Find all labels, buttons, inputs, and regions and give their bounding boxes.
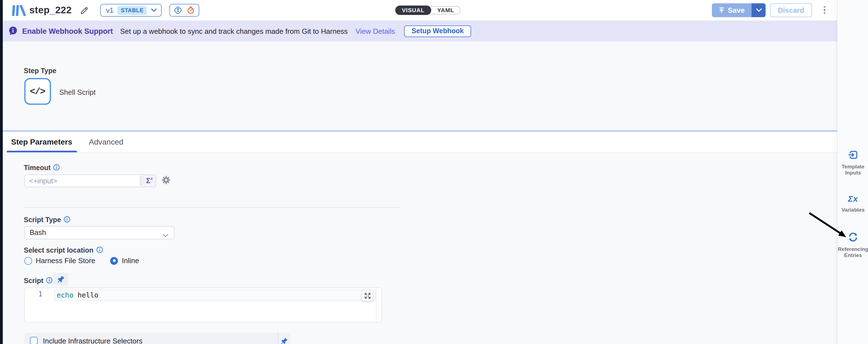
timeout-value: <+input> [25,176,139,185]
banner-message: Set up a webhook to sync and track chang… [120,27,348,35]
script-label: Script [24,277,43,285]
radio-inline[interactable] [110,257,118,264]
edit-title-button[interactable] [80,6,88,15]
git-icon [174,5,183,15]
save-options-button[interactable] [751,3,766,17]
script-type-value: Bash [30,229,46,237]
referencing-entries-label: Referencing Entries [838,246,868,258]
pin-icon [281,337,288,344]
visual-yaml-toggle[interactable]: VISUAL YAML [395,6,461,15]
webhook-banner: Enable Webhook Support Set up a webhook … [0,21,837,41]
include-infra-selectors-row: Include Infrastructure Selectors [24,333,290,344]
current-line-highlight [54,289,376,300]
discard-button[interactable]: Discard [770,3,812,17]
include-infra-checkbox[interactable] [30,337,37,344]
view-details-link[interactable]: View Details [355,27,395,35]
script-type-label: Script Type [24,216,61,224]
chevron-down-icon [151,8,157,12]
setup-webhook-button[interactable]: Setup Webhook [404,25,471,37]
info-icon[interactable] [64,216,70,223]
template-studio-page: step_222 v1 STABLE [0,0,868,344]
referencing-entries-icon [847,232,859,242]
sidebar-item-referencing-entries[interactable]: Referencing Entries [838,232,868,258]
templates-logo-icon [11,4,26,17]
variables-label: Variables [838,207,868,213]
script-location-options: Harness File Store Inline [24,256,139,265]
timeout-label: Timeout [24,164,51,172]
script-type-label-row: Script Type [24,216,70,224]
shell-script-icon: </> [30,86,45,97]
version-dropdown[interactable]: v1 STABLE [100,4,162,17]
version-label: v1 [106,6,114,15]
right-sidebar: Template Inputs Σx Variables Referencing… [837,0,868,344]
sidebar-item-template-inputs[interactable]: Template Inputs [838,149,868,176]
script-location-label: Select script location [24,247,93,254]
pin-script-button[interactable] [54,273,68,286]
timer-icon [186,5,196,15]
pencil-icon [80,6,88,15]
tab-step-parameters[interactable]: Step Parameters [7,131,77,152]
gear-icon [162,176,170,184]
git-status-box[interactable] [170,4,199,17]
code-keyword: echo [57,291,73,299]
sidebar-item-variables[interactable]: Σx Variables [838,194,868,213]
info-icon[interactable] [46,277,53,284]
collapsed-nav-rail[interactable] [0,0,3,344]
include-infra-label: Include Infrastructure Selectors [43,337,143,344]
script-location-label-row: Select script location [24,247,103,254]
stable-badge: STABLE [118,6,147,15]
code-line: echo hello [57,291,98,299]
save-split-button: Save [712,3,766,17]
chevron-down-icon [162,231,168,239]
expression-toggle-button[interactable]: Σx [143,174,155,187]
save-button[interactable]: Save [712,3,751,17]
editor-scrollbar-track[interactable] [376,288,376,321]
tab-bar: Step Parameters Advanced [0,131,837,153]
script-type-select[interactable]: Bash [24,226,174,239]
pin-icon [57,275,65,283]
upload-icon [718,7,724,13]
expand-icon [364,292,371,299]
code-argument: hello [78,291,98,299]
main-content: Step Type </> Shell Script Step Paramete… [0,41,837,344]
timeout-settings-button[interactable] [162,176,170,187]
info-bubble-icon [9,27,17,35]
toggle-visual[interactable]: VISUAL [395,5,431,15]
page-title: step_222 [29,4,72,16]
step-type-label: Step Type [24,67,57,75]
section-divider [24,207,400,208]
radio-harness-file-store[interactable] [24,257,32,264]
header-bar: step_222 v1 STABLE [0,0,868,21]
harness-file-store-label: Harness File Store [36,256,95,265]
chevron-down-icon [756,8,762,12]
info-icon[interactable] [96,247,103,253]
step-type-card[interactable]: </> [24,78,51,105]
timeout-input[interactable]: <+input> Σx [24,174,156,187]
runtime-input-handle[interactable] [139,175,143,186]
more-options-button[interactable] [822,4,827,16]
sigma-icon: Σx [146,176,153,185]
header-left: step_222 v1 STABLE [11,0,199,21]
header-actions: Save Discard [712,3,827,17]
script-code-editor[interactable]: 1 echo hello [24,287,382,322]
variables-sigma-icon: Σx [848,194,858,203]
discard-label: Discard [778,6,804,14]
script-label-row: Script [24,277,53,285]
inline-label: Inline [122,256,139,265]
timeout-label-row: Timeout [24,164,60,172]
expand-editor-button[interactable] [362,290,373,301]
template-inputs-label: Template Inputs [838,164,868,176]
save-label: Save [728,6,745,14]
step-type-value: Shell Script [59,88,96,96]
banner-title: Enable Webhook Support [22,27,113,35]
toggle-yaml[interactable]: YAML [431,6,460,15]
info-icon[interactable] [54,164,60,171]
line-number: 1 [25,290,42,298]
tab-advanced[interactable]: Advanced [85,131,128,152]
pin-infra-button[interactable] [278,337,290,344]
template-inputs-icon [848,149,858,160]
